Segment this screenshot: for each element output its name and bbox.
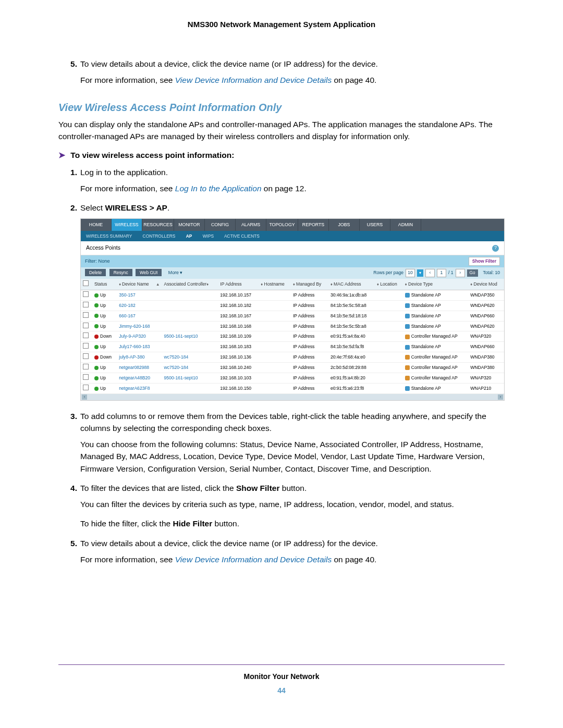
more-dropdown[interactable]: More ▾ xyxy=(168,270,183,275)
cell-device-name[interactable]: Jimmy-620-168 xyxy=(117,321,162,331)
scroll-left-icon[interactable]: ‹ xyxy=(82,394,87,400)
row-checkbox[interactable] xyxy=(83,302,89,307)
pager-prev[interactable]: ‹ xyxy=(425,269,435,277)
cell-device-name[interactable]: netgear082988 xyxy=(117,363,162,373)
pager-next[interactable]: › xyxy=(456,269,465,277)
step-follow: You can choose from the following column… xyxy=(80,438,505,475)
rows-per-page-value[interactable]: 10 xyxy=(406,269,415,277)
device-type-icon xyxy=(405,355,410,360)
doc-crossref[interactable]: View Device Information and Device Detai… xyxy=(175,76,332,84)
cell-controller[interactable] xyxy=(162,321,218,331)
doc-crossref[interactable]: Log In to the Application xyxy=(175,184,262,193)
resync-button[interactable]: Resync xyxy=(109,269,132,276)
nav-admin[interactable]: ADMIN xyxy=(390,219,421,231)
status-dot-icon xyxy=(94,366,99,370)
step-num: 2. xyxy=(58,202,80,214)
nav-resources[interactable]: RESOURCES xyxy=(142,219,174,231)
cell-device-name[interactable]: july8-AP-380 xyxy=(117,352,162,363)
cell-device-model: WNDAP380 xyxy=(468,352,504,363)
table-row[interactable]: Up620-182192.168.10.182IP Address84:1b:5… xyxy=(81,300,504,311)
pager-current[interactable]: 1 xyxy=(437,269,446,277)
col-device-type: ♦ Device Type xyxy=(403,279,468,290)
cell-status: Down xyxy=(92,352,117,363)
row-checkbox[interactable] xyxy=(83,323,89,328)
row-checkbox[interactable] xyxy=(83,312,89,318)
device-type-icon xyxy=(405,386,410,391)
nav-wireless[interactable]: WIRELESS xyxy=(112,219,142,231)
cell-controller[interactable] xyxy=(162,342,218,352)
nav-monitor[interactable]: MONITOR xyxy=(174,219,205,231)
subnav-controllers[interactable]: CONTROLLERS xyxy=(143,233,176,239)
cell-device-type: Standalone AP xyxy=(403,383,468,393)
cell-device-name[interactable]: 350-157 xyxy=(117,290,162,300)
nav-home[interactable]: HOME xyxy=(81,219,112,231)
scroll-right-icon[interactable]: › xyxy=(498,394,503,400)
table-row[interactable]: DownJuly-9-AP3209500-161-sept10192.168.1… xyxy=(81,331,504,342)
nav-config[interactable]: CONFIG xyxy=(205,219,236,231)
row-checkbox[interactable] xyxy=(83,332,89,338)
cell-device-model: WNDAP660 xyxy=(468,342,504,352)
step-follow: To hide the filter, click the Hide Filte… xyxy=(80,517,505,529)
table-row[interactable]: UpnetgearA48B209500-161-sept10192.168.10… xyxy=(81,373,504,383)
subnav-ap[interactable]: AP xyxy=(186,233,192,239)
doc-crossref[interactable]: View Device Information and Device Detai… xyxy=(175,555,332,564)
status-dot-icon xyxy=(94,387,99,391)
cell-hostname xyxy=(259,300,291,311)
cell-controller[interactable]: 9500-161-sept10 xyxy=(162,331,218,342)
cell-ip: 192.168.10.109 xyxy=(218,331,259,342)
table-row[interactable]: Up660-167192.168.10.167IP Address84:1b:5… xyxy=(81,311,504,321)
row-checkbox[interactable] xyxy=(83,364,89,369)
cell-device-name[interactable]: 660-167 xyxy=(117,311,162,321)
go-button[interactable]: Go xyxy=(467,269,478,277)
table-row[interactable]: Downjuly8-AP-380wc7520-184192.168.10.136… xyxy=(81,352,504,363)
cell-device-name[interactable]: July-9-AP320 xyxy=(117,331,162,342)
cell-location xyxy=(375,363,403,373)
cell-hostname xyxy=(259,373,291,383)
nav-jobs[interactable]: JOBS xyxy=(329,219,360,231)
nav-alarms[interactable]: ALARMS xyxy=(236,219,266,231)
row-checkbox[interactable] xyxy=(83,385,89,390)
select-all-checkbox[interactable] xyxy=(83,280,89,286)
row-checkbox[interactable] xyxy=(83,374,89,380)
subnav-summary[interactable]: WIRELESS SUMMARY xyxy=(86,233,132,239)
nav-reports[interactable]: REPORTS xyxy=(298,219,329,231)
status-dot-icon xyxy=(94,293,99,298)
subnav-wips[interactable]: WIPS xyxy=(203,233,214,239)
horizontal-scrollbar[interactable]: ‹ › xyxy=(81,394,504,400)
cell-controller[interactable] xyxy=(162,290,218,300)
table-row[interactable]: UpJuly17-660-183192.168.10.183IP Address… xyxy=(81,342,504,352)
cell-device-name[interactable]: 620-182 xyxy=(117,300,162,311)
status-dot-icon xyxy=(94,355,99,360)
cell-ip: 192.168.10.182 xyxy=(218,300,259,311)
cell-status: Up xyxy=(92,383,117,393)
nav-users[interactable]: USERS xyxy=(360,219,390,231)
cell-device-name[interactable]: netgearA623F8 xyxy=(117,383,162,393)
cell-controller[interactable] xyxy=(162,300,218,311)
show-filter-button[interactable]: Show Filter xyxy=(469,257,500,266)
cell-controller[interactable] xyxy=(162,383,218,393)
table-row[interactable]: UpnetgearA623F8192.168.10.150IP Addresse… xyxy=(81,383,504,393)
cell-device-name[interactable]: netgearA48B20 xyxy=(117,373,162,383)
row-checkbox[interactable] xyxy=(83,291,89,297)
dropdown-icon[interactable]: ▾ xyxy=(417,269,423,277)
cell-hostname xyxy=(259,311,291,321)
help-icon[interactable]: ? xyxy=(492,245,499,252)
cell-status: Up xyxy=(92,290,117,300)
cell-controller[interactable]: 9500-161-sept10 xyxy=(162,373,218,383)
cell-controller[interactable]: wc7520-184 xyxy=(162,363,218,373)
delete-button[interactable]: Delete xyxy=(85,269,106,276)
cell-controller[interactable]: wc7520-184 xyxy=(162,352,218,363)
table-row[interactable]: UpJimmy-620-168192.168.10.168IP Address8… xyxy=(81,321,504,331)
row-checkbox[interactable] xyxy=(83,353,89,359)
webgui-button[interactable]: Web GUI xyxy=(136,269,162,276)
cell-controller[interactable] xyxy=(162,311,218,321)
cell-device-name[interactable]: July17-660-183 xyxy=(117,342,162,352)
row-checkbox[interactable] xyxy=(83,343,89,349)
nav-topology[interactable]: TOPOLOGY xyxy=(266,219,298,231)
step-text: Select WIRELESS > AP. xyxy=(80,202,505,214)
device-type-icon xyxy=(405,293,410,298)
table-row[interactable]: Up350-157192.168.10.157IP Address30:46:9… xyxy=(81,290,504,300)
table-row[interactable]: Upnetgear082988wc7520-184192.168.10.240I… xyxy=(81,363,504,373)
cell-hostname xyxy=(259,331,291,342)
subnav-active-clients[interactable]: ACTIVE CLIENTS xyxy=(224,233,260,239)
